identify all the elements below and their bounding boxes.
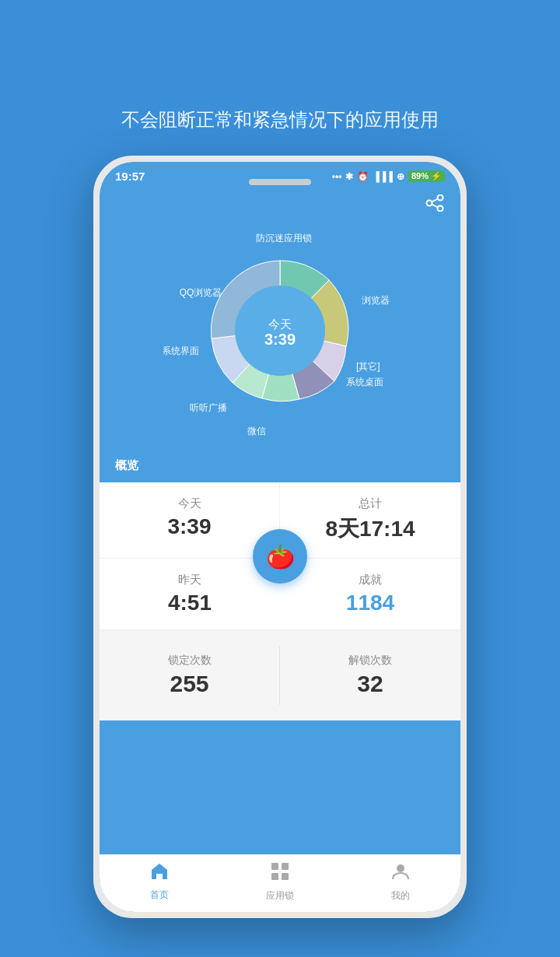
nav-home[interactable]: 首页: [100, 862, 220, 902]
battery-icon: 89% ⚡: [408, 170, 445, 182]
phone-speaker: [249, 179, 311, 185]
svg-rect-18: [271, 873, 278, 880]
svg-text:3:39: 3:39: [264, 331, 296, 348]
total-stat: 总计 8天17:14: [280, 482, 460, 559]
svg-text:QQ浏览器: QQ浏览器: [180, 287, 222, 298]
lock-count-cell: 锁定次数 255: [100, 646, 280, 705]
svg-point-1: [438, 206, 443, 212]
person-icon: [390, 861, 411, 886]
svg-text:系统界面: 系统界面: [163, 345, 199, 356]
nav-profile-label: 我的: [391, 889, 410, 903]
today-label: 今天: [100, 496, 279, 511]
wifi-icon: ⊕: [397, 171, 404, 182]
unlock-count-value: 32: [280, 671, 460, 697]
svg-point-0: [438, 195, 443, 201]
phone-mockup: 19:57 ••• ✱ ⏰ ▐▐▐ ⊕ 89% ⚡: [93, 156, 467, 918]
total-value: 8天17:14: [280, 514, 460, 544]
phone-inner: 19:57 ••• ✱ ⏰ ▐▐▐ ⊕ 89% ⚡: [100, 162, 460, 912]
signal-icon: ▐▐▐: [373, 171, 393, 182]
svg-text:[其它]: [其它]: [356, 361, 380, 372]
today-stat: 今天 3:39: [100, 482, 280, 559]
unlock-count-label: 解锁次数: [280, 654, 460, 668]
lock-count-label: 锁定次数: [100, 654, 279, 668]
wifi-dots-icon: •••: [332, 171, 342, 182]
yesterday-value: 4:51: [100, 591, 280, 615]
share-icon[interactable]: [425, 195, 445, 216]
yesterday-label: 昨天: [100, 573, 280, 587]
achievement-value: 1184: [280, 591, 460, 615]
svg-rect-16: [271, 863, 278, 870]
nav-apps-label: 应用锁: [266, 889, 294, 903]
status-icons: ••• ✱ ⏰ ▐▐▐ ⊕ 89% ⚡: [332, 170, 445, 182]
total-label: 总计: [280, 496, 460, 511]
bluetooth-icon: ✱: [345, 171, 353, 182]
today-value: 3:39: [100, 514, 279, 539]
bottom-nav: 首页 应用锁: [100, 854, 460, 912]
donut-chart: 今天 3:39 防沉迷应用锁 浏览器 [其它] 系统桌面 微信 听听广播 系统界…: [163, 218, 397, 443]
achievement-stat: 成就 1184: [280, 559, 460, 630]
nav-apps[interactable]: 应用锁: [220, 861, 341, 903]
nav-home-label: 首页: [150, 889, 169, 902]
alarm-icon: ⏰: [357, 171, 369, 182]
lock-count-value: 255: [100, 671, 279, 697]
svg-point-20: [397, 864, 404, 872]
lock-stats: 锁定次数 255 解锁次数 32: [100, 630, 460, 720]
nav-profile[interactable]: 我的: [340, 861, 460, 903]
svg-line-3: [432, 199, 438, 202]
chart-area: 今天 3:39 防沉迷应用锁 浏览器 [其它] 系统桌面 微信 听听广播 系统界…: [100, 187, 460, 482]
svg-rect-19: [282, 873, 289, 880]
svg-text:听听广播: 听听广播: [190, 402, 227, 413]
svg-line-4: [432, 205, 438, 208]
svg-text:浏览器: 浏览器: [362, 295, 390, 306]
tomato-button[interactable]: 🍅: [253, 529, 307, 584]
svg-text:微信: 微信: [247, 426, 266, 436]
svg-rect-17: [282, 863, 289, 870]
achievement-label: 成就: [280, 573, 460, 587]
unlock-count-cell: 解锁次数 32: [280, 646, 460, 705]
svg-text:今天: 今天: [268, 317, 292, 331]
subtitle: 不会阻断正常和紧急情况下的应用使用: [31, 107, 529, 132]
svg-text:系统桌面: 系统桌面: [346, 377, 383, 387]
status-time: 19:57: [115, 170, 145, 183]
svg-text:防沉迷应用锁: 防沉迷应用锁: [256, 233, 312, 244]
home-icon: [149, 862, 170, 885]
stats-grid: 今天 3:39 总计 8天17:14 🍅 昨天 4:51 成就 1184: [100, 482, 460, 630]
apps-icon: [270, 861, 290, 886]
phone-screen: 19:57 ••• ✱ ⏰ ▐▐▐ ⊕ 89% ⚡: [100, 162, 460, 912]
yesterday-stat: 昨天 4:51: [100, 559, 280, 630]
overview-tab[interactable]: 概览: [115, 458, 138, 473]
svg-point-2: [427, 201, 432, 206]
